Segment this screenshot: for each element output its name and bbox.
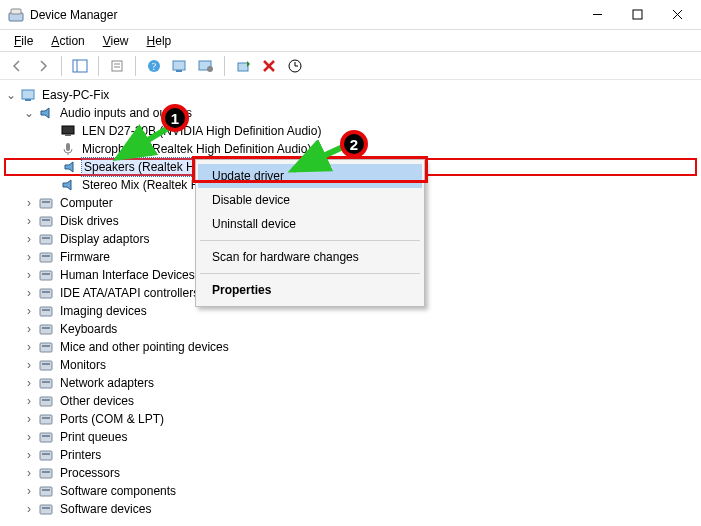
update-driver-button[interactable] [284,55,306,77]
menu-view[interactable]: View [95,32,137,50]
network-icon [38,375,54,391]
category-label: Human Interface Devices [58,266,197,284]
tree-category[interactable]: ›Keyboards [4,320,697,338]
tree-category[interactable]: ›Network adapters [4,374,697,392]
chevron-right-icon[interactable]: › [22,214,36,228]
chevron-right-icon[interactable]: › [22,286,36,300]
menu-help[interactable]: Help [139,32,180,50]
tree-category[interactable]: ›Software components [4,482,697,500]
forward-button[interactable] [32,55,54,77]
svg-rect-52 [40,397,52,406]
svg-rect-54 [40,415,52,424]
chevron-right-icon[interactable]: › [22,394,36,408]
back-button[interactable] [6,55,28,77]
scan-hardware-button[interactable] [232,55,254,77]
maximize-button[interactable] [617,1,657,29]
computer-icon [38,195,54,211]
ctx-uninstall-device[interactable]: Uninstall device [198,212,422,236]
svg-rect-56 [40,433,52,442]
chevron-right-icon[interactable]: › [22,484,36,498]
svg-rect-60 [40,469,52,478]
tree-root[interactable]: ⌄ Easy-PC-Fix [4,86,697,104]
chevron-right-icon[interactable]: › [22,196,36,210]
show-hide-button[interactable] [69,55,91,77]
chevron-right-icon[interactable]: › [22,304,36,318]
menu-action[interactable]: Action [43,32,92,50]
toolbar-separator [224,56,225,76]
view-devices-button[interactable] [169,55,191,77]
close-button[interactable] [657,1,697,29]
chevron-right-icon[interactable]: › [22,358,36,372]
chevron-right-icon[interactable]: › [22,250,36,264]
svg-rect-31 [42,201,50,203]
firmware-icon [38,249,54,265]
computer-icon [20,87,36,103]
tree-device-len[interactable]: LEN D27-20B (NVIDIA High Definition Audi… [4,122,697,140]
uninstall-device-button[interactable] [258,55,280,77]
chevron-right-icon[interactable]: › [22,322,36,336]
minimize-button[interactable] [577,1,617,29]
chevron-right-icon[interactable]: › [22,232,36,246]
svg-rect-42 [40,307,52,316]
software-device-icon [38,501,54,517]
chevron-down-icon[interactable]: ⌄ [4,88,18,102]
svg-rect-62 [40,487,52,496]
properties-button[interactable] [106,55,128,77]
microphone-icon [60,141,76,157]
svg-rect-40 [40,289,52,298]
speaker-icon [38,105,54,121]
view-resources-button[interactable] [195,55,217,77]
ctx-disable-device[interactable]: Disable device [198,188,422,212]
chevron-right-icon[interactable]: › [22,376,36,390]
tree-category[interactable]: ›Software devices [4,500,697,518]
svg-rect-48 [40,361,52,370]
help-button[interactable]: ? [143,55,165,77]
svg-rect-35 [42,237,50,239]
category-label: Software components [58,482,178,500]
category-label: Network adapters [58,374,156,392]
chevron-right-icon[interactable]: › [22,430,36,444]
context-menu: Update driver Disable device Uninstall d… [195,159,425,307]
hid-icon [38,267,54,283]
chevron-right-icon[interactable]: › [22,412,36,426]
keyboard-icon [38,321,54,337]
svg-rect-34 [40,235,52,244]
ctx-scan-hardware[interactable]: Scan for hardware changes [198,245,422,269]
tree-category[interactable]: ›Processors [4,464,697,482]
category-label: Computer [58,194,115,212]
svg-rect-8 [112,61,122,71]
chevron-right-icon[interactable]: › [22,448,36,462]
tree-category[interactable]: ›Printers [4,446,697,464]
chevron-right-icon[interactable]: › [22,268,36,282]
tree-category[interactable]: ›Other devices [4,392,697,410]
ctx-properties[interactable]: Properties [198,278,422,302]
category-label: Ports (COM & LPT) [58,410,166,428]
tree-category-audio[interactable]: ⌄ Audio inputs and outputs [4,104,697,122]
ctx-update-driver[interactable]: Update driver [198,164,422,188]
tree-category[interactable]: ›Print queues [4,428,697,446]
chevron-right-icon[interactable]: › [22,466,36,480]
tree-device-microphone[interactable]: Microphone (Realtek High Definition Audi… [4,140,697,158]
mouse-icon [38,339,54,355]
svg-rect-30 [40,199,52,208]
tree-category[interactable]: ›Monitors [4,356,697,374]
svg-rect-37 [42,255,50,257]
chevron-down-icon[interactable]: ⌄ [22,106,36,120]
svg-rect-44 [40,325,52,334]
chevron-right-icon[interactable]: › [22,340,36,354]
chevron-right-icon[interactable]: › [22,502,36,516]
svg-rect-24 [62,126,74,134]
svg-rect-38 [40,271,52,280]
category-label: Processors [58,464,122,482]
svg-rect-46 [40,343,52,352]
toolbar-separator [98,56,99,76]
device-label: Microphone (Realtek High Definition Audi… [80,140,313,158]
category-label: Imaging devices [58,302,149,320]
tree-root-label: Easy-PC-Fix [40,86,111,104]
tree-category[interactable]: ›Mice and other pointing devices [4,338,697,356]
svg-rect-45 [42,327,50,329]
window-title: Device Manager [30,8,577,22]
tree-category[interactable]: ›Ports (COM & LPT) [4,410,697,428]
menu-file[interactable]: File [6,32,41,50]
category-label: IDE ATA/ATAPI controllers [58,284,201,302]
